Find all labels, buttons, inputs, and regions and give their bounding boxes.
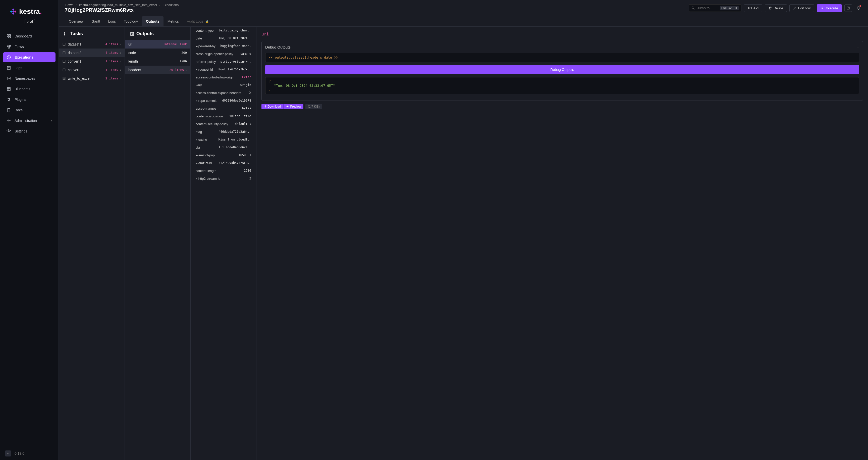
header-row[interactable]: dateTue, 08 Oct 2024... — [191, 34, 256, 42]
task-icon — [62, 60, 66, 63]
breadcrumb-part[interactable]: Flows — [65, 3, 73, 7]
header-row[interactable]: content-length1786 — [191, 167, 256, 175]
svg-point-24 — [131, 33, 132, 34]
nav-dashboard[interactable]: Dashboard — [3, 31, 56, 41]
version-label: 0.19.0 — [14, 452, 24, 456]
header-key: access-control-expose-headers — [196, 91, 241, 95]
debug-card-header[interactable]: Debug Outputs ⌄ — [265, 45, 859, 49]
outputs-column: Outputs uri Internal link code 200 lengt… — [125, 27, 191, 460]
delete-button[interactable]: Delete — [765, 4, 787, 12]
sidebar: kestra. prod Dashboard Flows Executions … — [0, 0, 59, 460]
header-row[interactable]: accept-rangesbytes — [191, 105, 256, 112]
nav-label: Docs — [14, 108, 23, 112]
header-row[interactable]: content-dispositioninline; file — [191, 112, 256, 120]
header-key: content-disposition — [196, 114, 223, 118]
edit-flow-button[interactable]: Edit flow — [789, 4, 814, 12]
header-row[interactable]: x-repo-commitd06286dee3e19978 — [191, 97, 256, 105]
action-pills: ⬇ Download 👁 Preview (1.7 KiB) — [261, 104, 863, 109]
output-row[interactable]: headers 20 items › — [125, 66, 190, 74]
tasks-icon — [64, 32, 68, 36]
nav-namespaces[interactable]: Namespaces — [3, 74, 56, 83]
svg-rect-2 — [7, 37, 8, 38]
nav-label: Flows — [14, 45, 24, 49]
header-row[interactable]: content-security-policydefault-s — [191, 120, 256, 128]
tab-metrics[interactable]: Metrics — [163, 16, 183, 26]
preview-button[interactable]: 👁 Preview — [283, 104, 303, 109]
header-row[interactable]: via1.1 4dde8ec6d6c1... — [191, 144, 256, 151]
header-row[interactable]: cross-origin-opener-policysame-o — [191, 50, 256, 58]
header-value: text/plain; char.. — [218, 29, 251, 32]
column-title: Tasks — [70, 31, 83, 36]
button-label: Delete — [774, 6, 783, 10]
breadcrumb-part[interactable]: kestra.engineering.load_multiple_csv_fil… — [79, 3, 157, 7]
search-input[interactable]: Jump to... Ctrl/Cmd + K — [689, 4, 741, 12]
tab-audit-logs: Audit Logs 🔒 — [183, 16, 213, 26]
tab-logs[interactable]: Logs — [104, 16, 120, 26]
header-value: inline; file — [229, 114, 251, 118]
nav-flows[interactable]: Flows — [3, 42, 56, 52]
output-row[interactable]: length 1786 — [125, 57, 190, 66]
nav-logs[interactable]: Logs — [3, 63, 56, 73]
header-row[interactable]: content-typetext/plain; char.. — [191, 27, 256, 34]
header-row[interactable]: etag"46ddeda721d2a64... — [191, 128, 256, 136]
header-row[interactable]: x-amz-cf-popHIO50-C1 — [191, 151, 256, 159]
header-row[interactable]: x-amz-cf-idqT2isOvxb37xYsLH... — [191, 159, 256, 167]
tab-overview[interactable]: Overview — [65, 16, 87, 26]
task-icon — [62, 42, 66, 46]
task-row[interactable]: convert1 1 items › — [59, 57, 125, 66]
notifications-button[interactable] — [855, 4, 862, 12]
env-badge: prod — [25, 19, 35, 24]
result-bracket: ] — [269, 87, 856, 91]
download-button[interactable]: ⬇ Download — [261, 104, 283, 109]
tab-gantt[interactable]: Gantt — [87, 16, 104, 26]
button-label: Edit flow — [798, 6, 810, 10]
header-row[interactable]: x-request-idRoot=1-6704a7b7-... — [191, 66, 256, 74]
svg-rect-3 — [9, 37, 10, 38]
page-title: 7OjHog2PRW2fSZRwm6Rvtx — [65, 7, 689, 13]
output-meta: 200 — [181, 51, 187, 55]
api-button[interactable]: API API — [744, 4, 762, 12]
task-row[interactable]: dataset2 4 items › — [59, 49, 125, 57]
task-row[interactable]: dataset1 4 items › — [59, 40, 125, 49]
header-value: Origin — [240, 83, 251, 87]
help-button[interactable] — [844, 4, 852, 12]
header-row[interactable]: varyOrigin — [191, 81, 256, 89]
header-row[interactable]: x-powered-byhuggingface-moon. — [191, 42, 256, 50]
svg-rect-4 — [7, 45, 8, 47]
task-row[interactable]: convert2 1 items › — [59, 66, 125, 74]
headers-column: content-typetext/plain; char..dateTue, 0… — [191, 27, 256, 460]
collapse-sidebar-button[interactable]: « — [5, 451, 11, 457]
help-icon — [846, 6, 850, 10]
nav-blueprints[interactable]: Blueprints — [3, 84, 56, 94]
nav-plugins[interactable]: Plugins — [3, 94, 56, 105]
header-row[interactable]: x-http2-stream-id3 — [191, 175, 256, 182]
execute-button[interactable]: Execute — [817, 4, 842, 12]
nav-administration[interactable]: Administration › — [3, 116, 56, 126]
task-row[interactable]: write_to_excel 2 items › — [59, 74, 125, 83]
plugins-icon — [6, 97, 11, 102]
expression-input[interactable]: {{ outputs.dataset2.headers.date }} — [265, 53, 859, 62]
header-row[interactable]: access-control-allow-originExter — [191, 74, 256, 81]
nav-settings[interactable]: Settings — [3, 126, 56, 136]
nav-executions[interactable]: Executions — [3, 52, 56, 62]
tab-outputs[interactable]: Outputs — [142, 16, 163, 26]
chevron-right-icon: › — [51, 119, 52, 122]
breadcrumb-part[interactable]: Executions — [163, 3, 179, 7]
output-row[interactable]: uri Internal link — [125, 40, 190, 49]
logo[interactable]: kestra. — [0, 0, 59, 18]
tab-topology[interactable]: Topology — [120, 16, 142, 26]
header-key: via — [196, 146, 200, 149]
header-row[interactable]: access-control-expose-headersX — [191, 89, 256, 97]
task-icon — [62, 77, 66, 80]
task-meta: 1 items — [105, 68, 118, 71]
logo-text: kestra. — [19, 7, 42, 16]
nav-docs[interactable]: Docs — [3, 105, 56, 115]
header-key: content-type — [196, 29, 214, 32]
chevron-right-icon: › — [120, 77, 121, 80]
output-row[interactable]: code 200 — [125, 49, 190, 57]
header-key: x-http2-stream-id — [196, 177, 220, 180]
header-row[interactable]: x-cacheMiss from cloudf... — [191, 136, 256, 144]
debug-outputs-button[interactable]: Debug Outputs — [265, 65, 859, 74]
header-row[interactable]: referrer-policystrict-origin-wh. — [191, 58, 256, 66]
debug-title: uri — [261, 32, 863, 36]
